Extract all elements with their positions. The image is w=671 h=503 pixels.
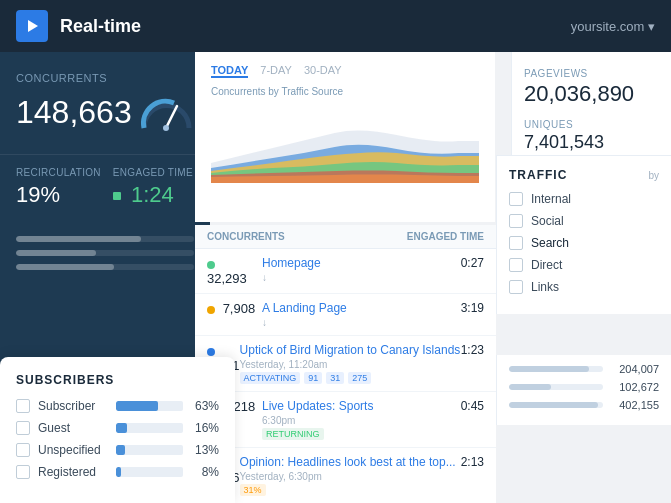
row-tags-2: ACTIVATING 91 31 275 (240, 372, 461, 384)
rbar-val-2: 402,155 (609, 399, 659, 411)
subscriber-checkbox-0[interactable] (16, 399, 30, 413)
row-title-1: A Landing Page (262, 301, 404, 315)
internal-checkbox[interactable] (509, 192, 523, 206)
row-dot-2 (207, 348, 215, 356)
rbar-fill-1 (509, 384, 551, 390)
table-row[interactable]: 7,908 A Landing Page ↓ 3:19 (195, 294, 496, 336)
recirculation-metric: Recirculation 19% (16, 167, 101, 208)
subscriber-row-2: Unspecified 13% (16, 443, 219, 457)
social-checkbox[interactable] (509, 214, 523, 228)
table-row[interactable]: 5,218 Live Updates: Sports 6:30pm RETURN… (195, 392, 496, 448)
subscriber-label-2: Unspecified (38, 443, 108, 457)
gauge-icon (139, 88, 194, 138)
subscriber-bar-2 (116, 445, 183, 455)
th-page (262, 231, 404, 242)
traffic-item-social: Social (509, 214, 659, 228)
tab-30day[interactable]: 30-DAY (304, 64, 342, 78)
tab-today[interactable]: TODAY (211, 64, 248, 78)
concurrents-label: Concurrents (16, 72, 194, 84)
tag-275: 275 (348, 372, 371, 384)
engaged-time-value: 1:24 (113, 182, 194, 208)
table-row[interactable]: 3,276 Opinion: Headlines look best at th… (195, 448, 496, 503)
tag-31: 31 (326, 372, 344, 384)
subscriber-bar-fill-0 (116, 401, 158, 411)
recirculation-label: Recirculation (16, 167, 101, 178)
links-label: Links (531, 280, 559, 294)
row-page-3: Live Updates: Sports 6:30pm RETURNING (262, 399, 404, 440)
engaged-time-label: Engaged Time (113, 167, 194, 178)
metrics-row: Recirculation 19% Engaged Time 1:24 (0, 154, 210, 220)
traffic-item-search: Search (509, 236, 659, 250)
traffic-item-internal: Internal (509, 192, 659, 206)
social-label: Social (531, 214, 564, 228)
row-engaged-1: 3:19 (404, 301, 484, 315)
traffic-panel: TRAFFIC by Internal Social Search Direct… (496, 155, 671, 314)
engaged-time-metric: Engaged Time 1:24 (113, 167, 194, 208)
traffic-item-direct: Direct (509, 258, 659, 272)
row-engaged-0: 0:27 (404, 256, 484, 270)
row-concurrent-1: 7,908 (207, 301, 262, 316)
search-label: Search (531, 236, 569, 250)
subscriber-bar-fill-3 (116, 467, 121, 477)
tag-returning: RETURNING (262, 428, 324, 440)
svg-marker-0 (28, 20, 38, 32)
pageviews-value: 20,036,890 (524, 81, 659, 107)
row-page-2: Uptick of Bird Migration to Canary Islan… (240, 343, 461, 384)
uniques-label: Uniques (524, 119, 659, 130)
links-checkbox[interactable] (509, 280, 523, 294)
subscriber-checkbox-1[interactable] (16, 421, 30, 435)
subscriber-pct-1: 16% (191, 421, 219, 435)
dashboard: Real-time yoursite.com ▾ Concurrents 148… (0, 0, 671, 503)
concurrents-section: Concurrents 148,663 (0, 52, 210, 154)
th-engaged: Engaged Time (404, 231, 484, 242)
rbar-row-1: 102,672 (509, 381, 659, 393)
tag-pct: 31% (240, 484, 266, 496)
chart-tabs: TODAY 7-DAY 30-DAY (211, 64, 479, 78)
table-row[interactable]: 5,221 Uptick of Bird Migration to Canary… (195, 336, 496, 392)
row-meta-4: Yesterday, 6:30pm (240, 471, 456, 482)
row-concurrent-0: 32,293 (207, 256, 262, 286)
subscriber-bar-fill-2 (116, 445, 125, 455)
th-concurrents: Concurrents (207, 231, 262, 242)
row-engaged-2: 1:23 (460, 343, 484, 357)
row-title-2: Uptick of Bird Migration to Canary Islan… (240, 343, 461, 357)
row-title-3: Live Updates: Sports (262, 399, 404, 413)
rbar-track-1 (509, 384, 603, 390)
uniques-value: 7,401,543 (524, 132, 659, 153)
tag-activating: ACTIVATING (240, 372, 301, 384)
direct-checkbox[interactable] (509, 258, 523, 272)
rbar-row-0: 204,007 (509, 363, 659, 375)
rbar-fill-0 (509, 366, 589, 372)
page-title: Real-time (60, 16, 571, 37)
site-selector[interactable]: yoursite.com ▾ (571, 19, 655, 34)
subscribers-title: SUBSCRIBERS (16, 373, 219, 387)
subscriber-row-0: Subscriber 63% (16, 399, 219, 413)
row-dot-1 (207, 306, 215, 314)
rbar-track-2 (509, 402, 603, 408)
engaged-dot (113, 192, 121, 200)
row-page-0: Homepage ↓ (262, 256, 404, 283)
internal-label: Internal (531, 192, 571, 206)
subscriber-label-0: Subscriber (38, 399, 108, 413)
rbar-val-1: 102,672 (609, 381, 659, 393)
svg-line-1 (166, 106, 177, 128)
row-title-4: Opinion: Headlines look best at the top.… (240, 455, 456, 469)
subscriber-checkbox-2[interactable] (16, 443, 30, 457)
table-area: Concurrents Engaged Time 32,293 Homepage… (195, 225, 496, 503)
row-tags-3: RETURNING (262, 428, 404, 440)
row-title-0: Homepage (262, 256, 404, 270)
tab-7day[interactable]: 7-DAY (260, 64, 292, 78)
table-row[interactable]: 32,293 Homepage ↓ 0:27 (195, 249, 496, 294)
svg-point-2 (163, 125, 169, 131)
subscriber-checkbox-3[interactable] (16, 465, 30, 479)
pageviews-area: Pageviews 20,036,890 Uniques 7,401,543 (511, 52, 671, 169)
row-page-4: Opinion: Headlines look best at the top.… (240, 455, 456, 496)
chart-subtitle: Concurrents by Traffic Source (211, 86, 479, 97)
subscriber-row-3: Registered 8% (16, 465, 219, 479)
concurrents-value: 148,663 (16, 95, 132, 130)
recirculation-value: 19% (16, 182, 101, 208)
rbar-row-2: 402,155 (509, 399, 659, 411)
rbar-track-0 (509, 366, 603, 372)
search-checkbox[interactable] (509, 236, 523, 250)
tag-91: 91 (304, 372, 322, 384)
